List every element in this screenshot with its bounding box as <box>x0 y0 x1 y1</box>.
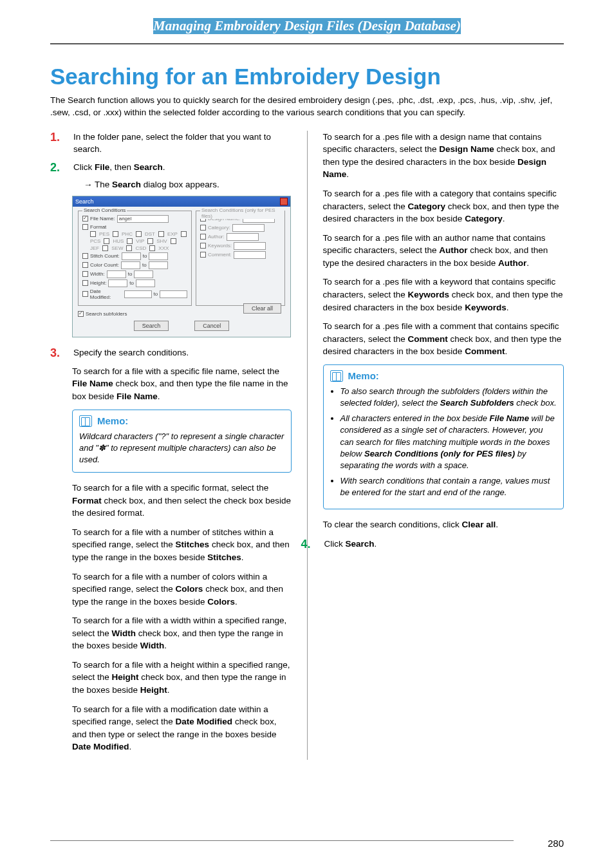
memo-search-notes: Memo: To also search through the subfold… <box>323 364 564 510</box>
step-3-number: 3. <box>50 346 66 360</box>
header-rule <box>50 43 564 44</box>
memo-title: Memo: <box>348 370 379 381</box>
height-description: To search for a file with a height withi… <box>72 659 292 697</box>
memo-note-range: With search conditions that contain a ra… <box>340 475 557 498</box>
search-dialog-screenshot: Search Search Conditions File Name:angel… <box>72 196 291 337</box>
filename-description: To search for a file with a specific fil… <box>72 365 292 403</box>
date-modified-description: To search for a file with a modification… <box>72 703 292 753</box>
filename-checkbox <box>82 216 88 222</box>
step-3-text: Specify the search conditions. <box>73 346 292 360</box>
left-column: 1. In the folder pane, select the folder… <box>50 131 292 760</box>
clear-all-description: To clear the search conditions, click Cl… <box>323 518 564 531</box>
category-description: To search for a .pes file with a categor… <box>323 187 564 225</box>
header-title: Managing Embroidery Design Files (Design… <box>153 18 461 34</box>
step-2-result: → The Search dialog box appears. <box>84 180 292 189</box>
dialog-cancel-button: Cancel <box>194 321 229 331</box>
memo-icon <box>79 415 92 427</box>
page-header: Managing Embroidery Design Files (Design… <box>0 0 614 39</box>
comment-description: To search for a .pes file with a comment… <box>323 320 564 358</box>
format-description: To search for a file with a specific for… <box>72 482 292 520</box>
memo-wildcards: Memo: Wildcard characters ("?" to repres… <box>72 410 292 473</box>
keywords-description: To search for a .pes file with a keyword… <box>323 276 564 314</box>
page-number: 280 <box>548 838 564 849</box>
intro-paragraph: The Search function allows you to quickl… <box>50 95 564 119</box>
width-description: To search for a file with a width within… <box>72 614 292 652</box>
colors-description: To search for a file with a number of co… <box>72 571 292 609</box>
format-checkbox <box>82 224 88 230</box>
close-icon <box>280 198 288 205</box>
memo-note-subfolders: To also search through the subfolders (f… <box>340 386 557 409</box>
memo-title: Memo: <box>97 415 128 426</box>
memo-wildcards-text: Wildcard characters ("?" to represent a … <box>79 431 284 466</box>
step-2: 2. Click File, then Search. <box>50 161 292 175</box>
memo-search-notes-text: To also search through the subfolders (f… <box>330 386 557 499</box>
memo-note-filename-chars: All characters entered in the box beside… <box>340 413 557 471</box>
memo-icon <box>330 370 343 382</box>
step-4-number: 4. <box>301 538 317 551</box>
group-search-conditions: Search Conditions <box>82 207 127 213</box>
filename-input: angel <box>117 215 169 223</box>
step-1-text: In the folder pane, select the folder th… <box>73 131 292 156</box>
design-name-description: To search for a .pes file with a design … <box>323 131 564 181</box>
step-2-number: 2. <box>50 161 66 175</box>
step-4-text: Click Search. <box>324 538 564 551</box>
step-1-number: 1. <box>50 131 66 156</box>
stitches-description: To search for a file with a number of st… <box>72 526 292 564</box>
step-1: 1. In the folder pane, select the folder… <box>50 131 292 156</box>
footer-rule <box>50 840 514 841</box>
column-divider <box>307 131 308 760</box>
dialog-title: Search <box>75 198 94 205</box>
step-2-text: Click File, then Search. <box>73 161 292 175</box>
dialog-search-button: Search <box>134 321 169 331</box>
subfolders-checkbox <box>78 311 84 317</box>
group-pes-conditions: Search Conditions (only for PES files) <box>200 207 284 219</box>
author-description: To search for a .pes file with an author… <box>323 232 564 270</box>
main-title: Searching for an Embroidery Design <box>50 64 564 90</box>
step-4: 4. Click Search. <box>301 538 564 551</box>
step-3: 3. Specify the search conditions. <box>50 346 292 360</box>
clear-all-button: Clear all <box>243 303 281 314</box>
right-column: To search for a .pes file with a design … <box>323 131 564 760</box>
